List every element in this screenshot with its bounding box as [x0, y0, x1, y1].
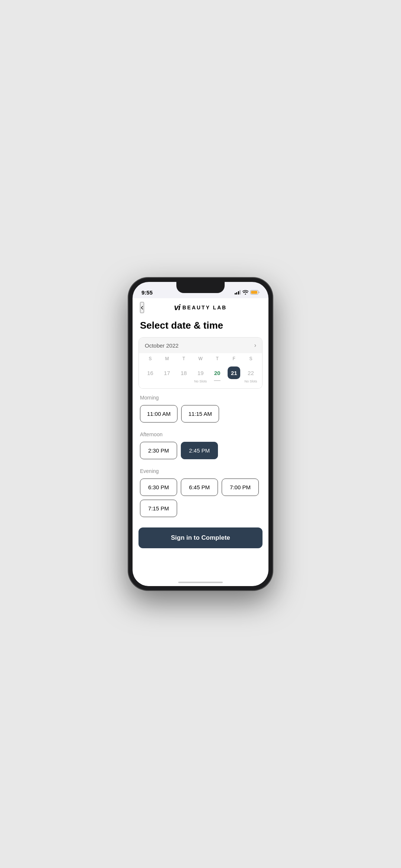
calendar-date-number: 17 [161, 366, 173, 379]
calendar-day-label: F [226, 356, 242, 361]
calendar-next-button[interactable]: › [254, 342, 256, 349]
calendar-date-number: 18 [177, 366, 190, 379]
calendar-date-number: 16 [144, 366, 157, 379]
calendar-day-label: T [175, 356, 192, 361]
calendar-date[interactable]: 16 [142, 364, 159, 384]
calendar-date[interactable]: 18 [175, 364, 192, 384]
screen-content: ‹ vi BEAUTY LAB Select date & time Octob… [133, 298, 268, 586]
signal-icon [235, 290, 241, 295]
calendar-date-number: 22 [244, 366, 257, 379]
calendar-date-number: 20 [211, 366, 224, 379]
evening-section: Evening 6:30 PM6:45 PM7:00 PM7:15 PM [133, 462, 268, 520]
calendar-day-label: M [159, 356, 175, 361]
calendar-date-number: 21 [228, 366, 240, 379]
wifi-icon [242, 290, 248, 295]
page-title: Select date & time [133, 317, 268, 337]
calendar-date[interactable]: 20 [209, 364, 226, 384]
phone-frame: 9:55 ‹ [128, 277, 273, 591]
notch [176, 282, 225, 293]
afternoon-section: Afternoon 2:30 PM2:45 PM [133, 425, 268, 462]
calendar-day-label: W [192, 356, 209, 361]
calendar-header: October 2022 › [139, 338, 262, 353]
time-slot-button[interactable]: 6:45 PM [181, 479, 218, 496]
calendar-month-label: October 2022 [145, 342, 179, 349]
time-slot-button[interactable]: 2:30 PM [140, 442, 177, 459]
home-indicator [178, 582, 223, 583]
calendar-day-label: S [142, 356, 159, 361]
evening-title: Evening [140, 468, 261, 474]
time-slot-button[interactable]: 2:45 PM [181, 442, 218, 459]
time-slot-button[interactable]: 7:15 PM [140, 500, 177, 517]
back-button[interactable]: ‹ [140, 302, 144, 313]
logo-text: BEAUTY LAB [182, 305, 227, 310]
morning-slots: 11:00 AM11:15 AM [140, 405, 261, 423]
calendar: October 2022 › SMTWTFS 16171819No Slots2… [138, 337, 263, 389]
calendar-date[interactable]: 22No Slots [242, 364, 259, 384]
morning-title: Morning [140, 395, 261, 401]
calendar-date[interactable]: 19No Slots [192, 364, 209, 384]
calendar-dates: 16171819No Slots202122No Slots [139, 363, 262, 388]
cta-section: Sign in to Complete [133, 520, 268, 559]
time-slot-button[interactable]: 6:30 PM [140, 479, 177, 496]
battery-icon [250, 290, 260, 295]
app-header: ‹ vi BEAUTY LAB [133, 298, 268, 317]
logo-vi: vi [174, 303, 180, 312]
calendar-day-headers: SMTWTFS [139, 353, 262, 363]
sign-in-button[interactable]: Sign in to Complete [138, 527, 263, 548]
afternoon-title: Afternoon [140, 431, 261, 437]
phone-screen: 9:55 ‹ [133, 282, 268, 586]
svg-rect-1 [251, 291, 257, 294]
morning-section: Morning 11:00 AM11:15 AM [133, 389, 268, 425]
logo: vi BEAUTY LAB [174, 303, 227, 312]
calendar-date-sub: No Slots [244, 379, 257, 383]
calendar-date-number: 19 [194, 366, 207, 379]
time-slot-button[interactable]: 7:00 PM [222, 479, 259, 496]
time-slot-button[interactable]: 11:15 AM [181, 405, 219, 423]
calendar-date-dot [214, 380, 221, 381]
afternoon-slots: 2:30 PM2:45 PM [140, 442, 261, 459]
calendar-day-label: T [209, 356, 226, 361]
evening-slots: 6:30 PM6:45 PM7:00 PM7:15 PM [140, 479, 261, 517]
time-slot-button[interactable]: 11:00 AM [140, 405, 177, 423]
calendar-date[interactable]: 21 [226, 364, 242, 384]
calendar-day-label: S [242, 356, 259, 361]
calendar-date[interactable]: 17 [159, 364, 175, 384]
status-icons [235, 290, 260, 295]
calendar-date-sub: No Slots [194, 379, 207, 383]
status-time: 9:55 [141, 289, 153, 296]
